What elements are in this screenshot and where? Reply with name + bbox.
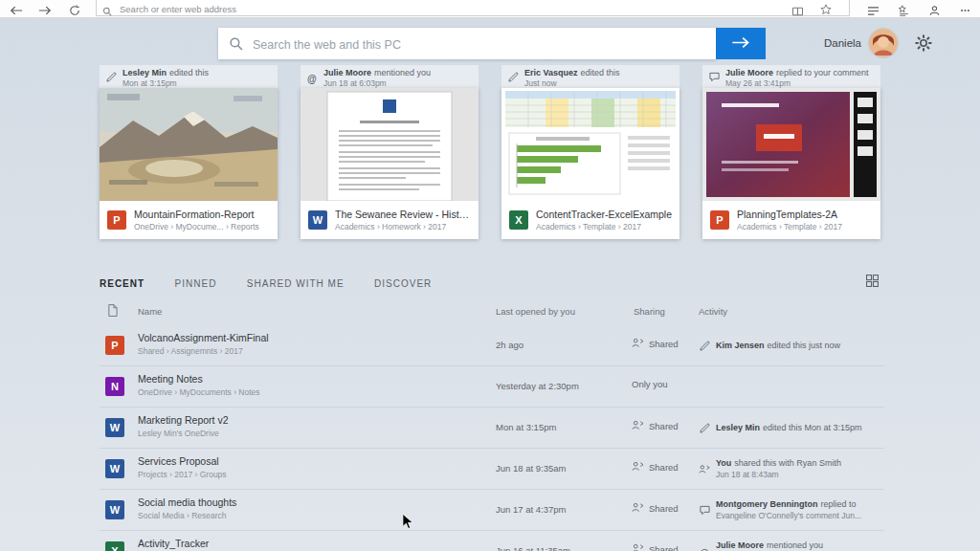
activity-action: replied to your comment xyxy=(776,68,869,77)
word-icon: W xyxy=(105,459,124,478)
file-name[interactable]: Services Proposal xyxy=(138,455,227,467)
search-submit-button[interactable] xyxy=(716,28,766,59)
activity-cell: Youshared this with Ryan Smith Jun 18 at… xyxy=(699,449,841,489)
activity-time: Jun 18 at 6:03pm xyxy=(323,78,431,88)
last-opened: Jun 18 at 9:35am xyxy=(496,463,566,474)
activity-detail: Evangeline O'Connelly's comment Jun... xyxy=(716,511,861,520)
file-path: Lesley Min's OneDrive xyxy=(138,429,229,438)
tab-recent[interactable]: RECENT xyxy=(100,278,145,289)
mention-icon: @ xyxy=(306,68,318,86)
document-thumbnail xyxy=(301,88,479,201)
table-row[interactable]: W Marketing Report v2 Lesley Min's OneDr… xyxy=(100,407,884,448)
activity-actor: Lesley Min xyxy=(716,423,760,432)
hub-icon[interactable] xyxy=(898,3,910,20)
card-activity: Julie Moorereplied to your comment May 2… xyxy=(702,65,880,88)
mention-icon: @ xyxy=(699,542,710,551)
activity-time: May 26 at 3:41pm xyxy=(725,78,869,88)
reading-view-icon[interactable] xyxy=(791,3,804,20)
activity-action: replied to xyxy=(821,499,857,509)
activity-action: edited this just now xyxy=(768,341,841,350)
browser-chrome xyxy=(0,0,980,18)
activity-action: edited this xyxy=(169,68,209,77)
word-icon: W xyxy=(105,418,124,437)
address-input[interactable] xyxy=(118,2,600,16)
sharing-status: Shared xyxy=(632,502,679,515)
excel-icon: X xyxy=(105,541,124,551)
document-card[interactable]: @ Julie Moorementioned you Jun 18 at 6:0… xyxy=(301,65,479,239)
document-card[interactable]: Julie Moorereplied to your comment May 2… xyxy=(702,65,880,239)
table-row[interactable]: P VolcanoAssignment-KimFinal Shared › As… xyxy=(100,325,884,365)
tab-discover[interactable]: DISCOVER xyxy=(374,278,432,289)
table-row[interactable]: X Activity_Tracker Social Media › Tracke… xyxy=(100,530,884,551)
table-row[interactable]: N Meeting Notes OneDrive › MyDocuments ›… xyxy=(100,365,884,407)
table-row[interactable]: W Services Proposal Projects › 2017 › Gr… xyxy=(100,448,884,489)
more-icon[interactable] xyxy=(959,3,971,20)
card-title[interactable]: PlanningTemplates-2A xyxy=(737,209,842,220)
activity-action: shared this with Ryan Smith xyxy=(734,458,841,468)
gear-icon[interactable] xyxy=(914,33,933,53)
web-search-box[interactable] xyxy=(218,28,716,59)
sharing-label: Shared xyxy=(649,503,679,514)
card-title[interactable]: MountainFormation-Report xyxy=(134,209,259,220)
sharing-label: Shared xyxy=(649,421,679,431)
activity-cell: @ Julie Moorementioned you Jun 18 at 6:0… xyxy=(699,531,823,551)
file-path: Projects › 2017 › Groups xyxy=(138,470,227,479)
file-path: Shared › Assignemnts › 2017 xyxy=(138,346,269,356)
file-name[interactable]: Social media thoughts xyxy=(138,496,236,508)
shared-icon xyxy=(632,461,644,474)
card-breadcrumb: Academics › Homework › 2017 xyxy=(335,222,471,231)
search-icon xyxy=(229,36,243,55)
activity-actor: Kim Jensen xyxy=(716,341,765,350)
sharing-status: Shared xyxy=(632,543,679,551)
card-activity: Lesley Minedited this Mon at 3:15pm xyxy=(100,65,278,88)
card-title[interactable]: ContentTracker-ExcelExample xyxy=(536,209,672,220)
edit-icon xyxy=(105,68,117,86)
share-icon xyxy=(699,460,710,478)
document-card[interactable]: Eric Vasquezedited this Just now xyxy=(501,65,679,239)
powerpoint-icon: P xyxy=(105,336,124,355)
address-bar[interactable] xyxy=(96,0,850,16)
card-activity: @ Julie Moorementioned you Jun 18 at 6:0… xyxy=(301,65,479,88)
office-home-page: Daniela Lesley Minedited this Mon at 3:1… xyxy=(0,17,980,551)
activity-actor: Eric Vasquez xyxy=(524,68,578,77)
file-name[interactable]: Activity_Tracker xyxy=(138,538,248,549)
reading-list-icon[interactable] xyxy=(867,3,880,20)
activity-actor: Julie Moore xyxy=(323,68,371,77)
avatar[interactable] xyxy=(869,29,898,57)
web-search-input[interactable] xyxy=(251,35,695,54)
forward-icon[interactable] xyxy=(38,3,52,20)
activity-cell: Kim Jensenedited this just now xyxy=(699,325,840,365)
file-name[interactable]: Meeting Notes xyxy=(138,373,260,385)
column-header-last-opened[interactable]: Last opened by you xyxy=(496,306,575,317)
card-breadcrumb: Academics › Template › 2017 xyxy=(737,222,842,231)
activity-action: mentioned you xyxy=(767,540,823,550)
activity-cell: Lesley Minedited this Mon at 3:15pm xyxy=(699,408,862,448)
file-path: Social Media › Research xyxy=(138,511,236,520)
sharing-status: Shared xyxy=(632,420,679,432)
back-icon[interactable] xyxy=(10,3,23,20)
table-row[interactable]: W Social media thoughts Social Media › R… xyxy=(100,489,884,530)
favorite-star-icon[interactable] xyxy=(820,2,832,19)
profile-icon[interactable] xyxy=(928,3,941,20)
file-name[interactable]: Marketing Report v2 xyxy=(138,414,229,426)
sharing-status: Shared xyxy=(632,461,679,474)
edit-icon xyxy=(507,68,519,86)
column-header-activity[interactable]: Activity xyxy=(699,306,727,317)
file-name[interactable]: VolcanoAssignment-KimFinal xyxy=(138,332,269,343)
refresh-icon[interactable] xyxy=(69,3,80,20)
powerpoint-icon: P xyxy=(710,210,729,230)
activity-time: Mon at 3:15pm xyxy=(122,78,209,88)
activity-actor: Lesley Min xyxy=(122,68,167,77)
grid-view-icon[interactable] xyxy=(866,274,879,291)
recent-files-list: P VolcanoAssignment-KimFinal Shared › As… xyxy=(100,325,884,551)
user-name[interactable]: Daniela xyxy=(783,37,861,49)
card-title[interactable]: The Sewanee Review - History xyxy=(335,209,471,220)
document-card[interactable]: Lesley Minedited this Mon at 3:15pm xyxy=(100,65,278,239)
column-header-sharing[interactable]: Sharing xyxy=(634,306,665,317)
tab-pinned[interactable]: PINNED xyxy=(175,278,217,289)
table-header: Name Last opened by you Sharing Activity xyxy=(100,306,884,321)
column-header-name[interactable]: Name xyxy=(138,306,162,317)
tab-shared-with-me[interactable]: SHARED WITH ME xyxy=(247,278,345,289)
document-thumbnail xyxy=(702,88,880,201)
shared-icon xyxy=(632,338,644,350)
